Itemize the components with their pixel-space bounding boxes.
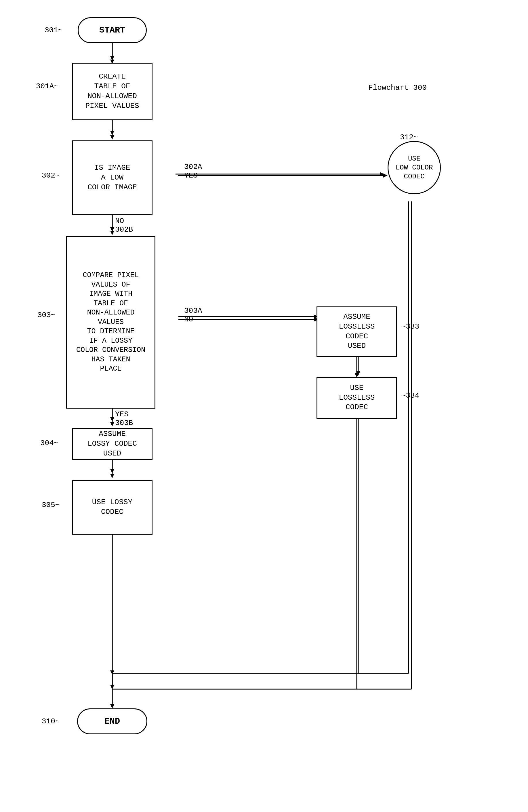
ref-300: Flowchart 300 — [368, 84, 427, 92]
ref-333: ~333 — [401, 322, 419, 331]
svg-marker-23 — [110, 685, 114, 689]
node-assume-lossless: ASSUMELOSSLESSCODECUSED — [317, 306, 397, 357]
flowchart-diagram: Flowchart 300 START 301~ CREATETABLE OFN… — [0, 0, 528, 812]
label-303b-yes: YES303B — [115, 410, 133, 427]
ref-312: 312~ — [400, 133, 418, 142]
label-303a-no: 303ANO — [184, 306, 202, 324]
label-302b-no: NO302B — [115, 217, 133, 234]
svg-marker-41 — [110, 704, 114, 708]
svg-marker-1 — [110, 56, 114, 60]
svg-marker-19 — [110, 417, 114, 422]
svg-marker-21 — [110, 469, 114, 473]
node-end: END — [77, 708, 147, 734]
ref-302: 302~ — [42, 171, 60, 180]
svg-marker-28 — [110, 135, 114, 140]
ref-301a: 301A~ — [36, 82, 58, 91]
svg-marker-32 — [110, 231, 114, 235]
svg-marker-3 — [110, 131, 114, 135]
ref-304: 304~ — [40, 439, 58, 447]
svg-marker-43 — [110, 422, 114, 426]
node-assume-lossy: ASSUMELOSSY CODECUSED — [72, 428, 152, 460]
svg-marker-5 — [380, 172, 384, 176]
node-is-low-color: IS IMAGEA LOWCOLOR IMAGE — [72, 141, 152, 215]
svg-marker-30 — [383, 174, 387, 177]
ref-305: 305~ — [42, 501, 60, 509]
label-302a-yes: 302AYES — [184, 163, 202, 180]
ref-303: 303~ — [38, 311, 55, 319]
svg-marker-15 — [110, 670, 114, 675]
node-use-lossy: USE LOSSYCODEC — [72, 480, 152, 535]
svg-marker-47 — [110, 704, 114, 708]
node-create-table: CREATETABLE OFNON-ALLOWEDPIXEL VALUES — [72, 63, 152, 120]
ref-301: 301~ — [45, 26, 62, 34]
svg-marker-7 — [110, 227, 114, 232]
node-compare-pixel: COMPARE PIXELVALUES OFIMAGE WITHTABLE OF… — [66, 236, 156, 409]
node-use-low-color-codec: USELOW COLORCODEC — [387, 141, 441, 194]
ref-310: 310~ — [42, 717, 60, 726]
node-start: START — [78, 17, 147, 43]
node-use-lossless: USELOSSLESSCODEC — [317, 377, 397, 419]
ref-334: ~334 — [401, 391, 419, 400]
svg-marker-11 — [356, 371, 360, 376]
svg-marker-45 — [110, 474, 114, 478]
svg-marker-17 — [110, 685, 114, 689]
